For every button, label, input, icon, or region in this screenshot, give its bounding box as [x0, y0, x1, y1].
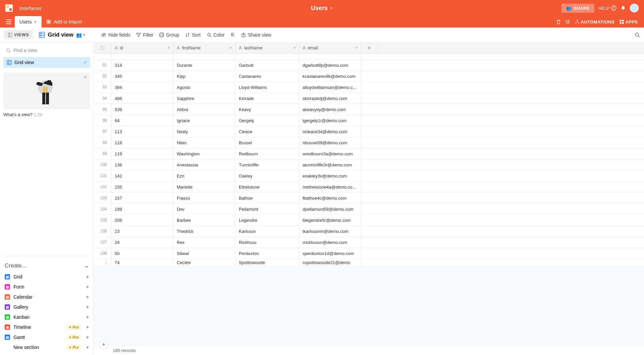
cell-firstname[interactable]: Ezri — [173, 170, 235, 181]
cell-firstname[interactable]: Barbee — [173, 215, 235, 225]
cell-lastname[interactable]: Karlsson — [235, 226, 299, 237]
cell-firstname[interactable]: Ignace — [173, 115, 235, 126]
find-view-input[interactable]: Find a view — [3, 45, 90, 56]
cell-lastname[interactable]: Legendre — [235, 215, 299, 225]
cell-lastname[interactable]: Penburton — [235, 248, 299, 259]
table-row[interactable]: 100 136 Anestassia Tunnicliffe atunnicli… — [94, 159, 644, 170]
plus-icon[interactable]: + — [86, 294, 89, 300]
chevron-down-icon[interactable]: ▼ — [229, 46, 232, 50]
table-row[interactable]: 98 118 Niles Bussel nbussel39@demo.com — [94, 137, 644, 148]
table-row[interactable]: 97 113 Nealy Cleave ncleave34@demo.com — [94, 126, 644, 137]
share-button[interactable]: 👥 SHARE — [561, 4, 595, 13]
close-icon[interactable]: ✕ — [84, 74, 88, 80]
table-row[interactable]: 92 345 Kipp Castanares kcastanares9k@dem… — [94, 71, 644, 82]
select-all-checkbox[interactable] — [94, 42, 111, 53]
cell-firstname[interactable]: Mariette — [173, 182, 235, 192]
table-row[interactable]: 96 64 Ignace Gergely igergely1r@demo.com — [94, 115, 644, 126]
cell-email[interactable]: blegendre5r@demo.com — [299, 215, 361, 225]
table-row[interactable]: 106 23 Thedrick Karlsson tkarlssonm@demo… — [94, 226, 644, 237]
plus-icon[interactable]: + — [86, 335, 89, 340]
view-item-grid[interactable]: Grid view ✓ — [3, 57, 90, 68]
cell-id[interactable]: 118 — [111, 137, 173, 148]
cell-email[interactable]: wredbourn3a@demo.com — [299, 148, 361, 159]
cell-email[interactable]: nbussel39@demo.com — [299, 137, 361, 148]
cell-id[interactable]: 208 — [111, 215, 173, 225]
cell-id[interactable]: 136 — [111, 159, 173, 170]
plus-icon[interactable]: + — [86, 314, 89, 320]
cell-lastname[interactable]: Kinrade — [235, 93, 299, 104]
cell-id[interactable]: 314 — [111, 60, 173, 70]
cell-id[interactable]: 113 — [111, 126, 173, 137]
cell-id[interactable]: 119 — [111, 148, 173, 159]
cell-firstname[interactable]: Abbot — [173, 104, 235, 115]
cell-firstname[interactable]: Rex — [173, 237, 235, 248]
cell-firstname[interactable]: Frasco — [173, 193, 235, 203]
table-row[interactable]: 103 157 Frasco Bathoe fbathoe4c@demo.com — [94, 193, 644, 204]
plus-icon[interactable]: + — [86, 345, 89, 350]
base-title[interactable]: Users ▼ — [216, 5, 427, 12]
cell-firstname[interactable]: Niles — [173, 137, 235, 148]
plus-icon[interactable]: + — [86, 274, 89, 280]
cell-email[interactable]: alloydwilliamsan@demo.c... — [299, 82, 361, 93]
apps-link[interactable]: APPS — [620, 19, 638, 24]
cell-firstname[interactable]: Washington — [173, 148, 235, 159]
create-view-gantt[interactable]: ▦GanttPro+ — [3, 332, 90, 342]
table-row[interactable]: 93 384 Agosto Lloyd-Williams alloydwilli… — [94, 82, 644, 93]
active-view-name[interactable]: Grid view 👥▼ — [39, 32, 85, 38]
create-view-form[interactable]: ▦Form+ — [3, 282, 90, 292]
cell-lastname[interactable]: Castanares — [235, 71, 299, 82]
cell-email[interactable]: dgarbutt8p@demo.com — [299, 60, 361, 70]
cell-email[interactable]: spenburton1d@demo.com — [299, 248, 361, 259]
cell-email[interactable]: methelstone4a@demo.co... — [299, 182, 361, 192]
cell-firstname[interactable]: Durante — [173, 60, 235, 70]
cell-firstname[interactable]: Kipp — [173, 71, 235, 82]
chevron-down-icon[interactable]: ▼ — [167, 46, 170, 50]
cell-email[interactable]: eoakley3x@demo.com — [299, 170, 361, 181]
notifications-icon[interactable] — [621, 5, 626, 11]
cell-lastname[interactable]: Garbutt — [235, 60, 299, 70]
promo-card[interactable]: ✕ What's a view? 1:29 — [3, 72, 90, 117]
table-row[interactable]: 108 50 Sibeal Penburton spenburton1d@dem… — [94, 248, 644, 259]
cell-id[interactable]: 155 — [111, 182, 173, 192]
color-button[interactable]: Color — [207, 32, 224, 38]
help-link[interactable]: HELP ? — [598, 5, 616, 11]
cell-lastname[interactable]: Bathoe — [235, 193, 299, 203]
share-view-button[interactable]: Share view — [241, 32, 271, 38]
cell-lastname[interactable]: Lloyd-Williams — [235, 82, 299, 93]
cell-lastname[interactable]: Cleave — [235, 126, 299, 137]
cell-lastname[interactable]: Ethelstone — [235, 182, 299, 192]
grid-body[interactable]: 91 314 Durante Garbutt dgarbutt8p@demo.c… — [94, 54, 644, 346]
table-row[interactable]: 102 155 Mariette Ethelstone methelstone4… — [94, 182, 644, 193]
cell-email[interactable]: fbathoe4c@demo.com — [299, 193, 361, 203]
cell-id[interactable]: 50 — [111, 248, 173, 259]
cell-id[interactable]: 539 — [111, 104, 173, 115]
cell-lastname[interactable]: Tunnicliffe — [235, 159, 299, 170]
history-icon[interactable] — [566, 19, 570, 24]
cell-firstname[interactable]: Dev — [173, 204, 235, 214]
create-view-calendar[interactable]: ▦Calendar+ — [3, 292, 90, 302]
search-icon[interactable] — [635, 32, 640, 38]
column-header-firstname[interactable]: AfirstName▼ — [173, 42, 235, 53]
chevron-down-icon[interactable]: ▼ — [355, 46, 358, 50]
cell-email[interactable]: skinradedj@demo.com — [299, 93, 361, 104]
cell-lastname[interactable]: Pellamont — [235, 204, 299, 214]
table-row[interactable]: 105 208 Barbee Legendre blegendre5r@demo… — [94, 215, 644, 226]
group-button[interactable]: Group — [159, 32, 179, 38]
cell-id[interactable]: 189 — [111, 204, 173, 214]
automations-link[interactable]: AUTOMATIONS — [575, 19, 615, 24]
cell-lastname[interactable]: Gergely — [235, 115, 299, 126]
cell-email[interactable]: akeavyey@demo.com — [299, 104, 361, 115]
menu-icon[interactable] — [3, 16, 15, 28]
add-or-import-button[interactable]: Add or import — [42, 16, 87, 28]
cell-id[interactable]: 157 — [111, 193, 173, 203]
cell-lastname[interactable]: Rickhuss — [235, 237, 299, 248]
add-row-button[interactable]: + — [99, 340, 108, 349]
tab-users[interactable]: Users ▼ — [15, 16, 42, 28]
cell-id[interactable]: 24 — [111, 237, 173, 248]
cell-email[interactable]: rrickhussn@demo.com — [299, 237, 361, 248]
row-height-button[interactable] — [230, 33, 235, 37]
cell-lastname[interactable]: Oakley — [235, 170, 299, 181]
cell-email[interactable]: dpellamont58@demo.com — [299, 204, 361, 214]
add-column-button[interactable]: + — [361, 42, 377, 53]
cell-email[interactable]: ncleave34@demo.com — [299, 126, 361, 137]
